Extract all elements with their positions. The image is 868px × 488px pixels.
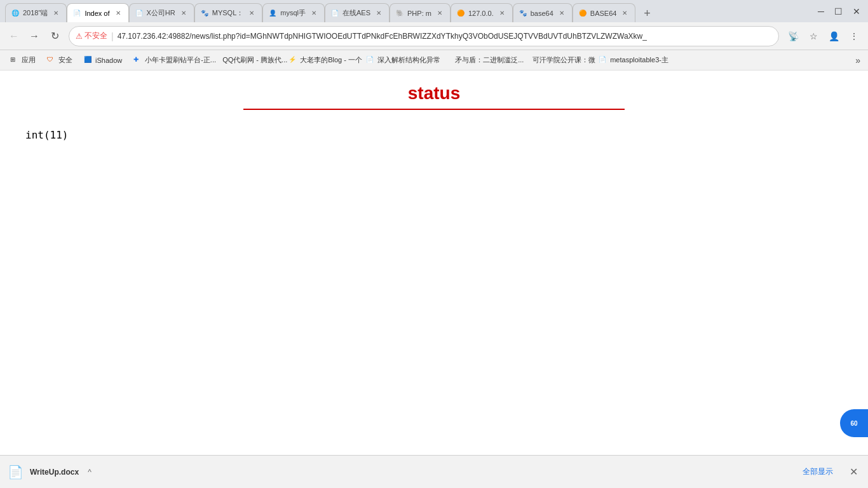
bookmark-favicon: 🛡	[47, 56, 56, 65]
bookmarks-more-button[interactable]: »	[853, 53, 863, 68]
tab-close-button[interactable]: ✕	[374, 8, 384, 18]
tab-title: MYSQL：	[212, 8, 244, 18]
bookmark-label: 可汗学院公开课：微	[532, 55, 595, 65]
tab-close-button[interactable]: ✕	[557, 8, 567, 18]
maximize-button[interactable]: ☐	[832, 4, 845, 19]
download-bar-close-button[interactable]: ✕	[847, 463, 860, 480]
address-input[interactable]	[118, 32, 772, 41]
download-file-icon: 📄	[8, 464, 24, 480]
floating-badge[interactable]: 60	[840, 409, 868, 437]
security-lock-icon: ⚠	[76, 32, 83, 41]
tab-favicon: 📄	[135, 9, 144, 18]
browser-window: 🌐 2018"端 ✕ 📄 Index of ✕ 📄 X公司HR ✕ 🐾 MYSQ…	[0, 0, 868, 488]
tab-favicon: 🟠	[456, 9, 465, 18]
tab-close-button[interactable]: ✕	[497, 8, 507, 18]
cast-button[interactable]: 📡	[784, 27, 802, 45]
browser-tab-1[interactable]: 🌐 2018"端 ✕	[5, 3, 67, 22]
tab-title: mysql手	[280, 8, 306, 18]
show-all-downloads-button[interactable]: 全部显示	[795, 463, 841, 481]
new-tab-button[interactable]: +	[638, 4, 656, 22]
tab-title: 127.0.0.	[468, 10, 494, 17]
bookmark-item-7[interactable]: 矛与盾：二进制滥泛...	[438, 53, 515, 67]
tab-close-button[interactable]: ✕	[435, 8, 445, 18]
bookmark-item-9[interactable]: 📄 metasploitable3-主	[593, 53, 670, 67]
title-bar: 🌐 2018"端 ✕ 📄 Index of ✕ 📄 X公司HR ✕ 🐾 MYSQ…	[0, 0, 868, 22]
browser-tab-10[interactable]: 🟠 BASE64 ✕	[573, 3, 636, 22]
tab-favicon: 🐘	[395, 9, 404, 18]
minimize-button[interactable]: ─	[815, 4, 827, 19]
bookmark-favicon	[444, 56, 452, 65]
browser-tab-3[interactable]: 📄 X公司HR ✕	[129, 3, 194, 22]
bookmark-favicon: ✚	[133, 56, 142, 65]
tab-close-button[interactable]: ✕	[309, 8, 319, 18]
address-bar-container: ⚠ 不安全 |	[69, 26, 779, 46]
bookmark-favicon: 📄	[366, 56, 375, 65]
tab-strip: 🌐 2018"端 ✕ 📄 Index of ✕ 📄 X公司HR ✕ 🐾 MYSQ…	[5, 0, 810, 22]
tab-title: Index of	[85, 10, 109, 17]
status-value: int(11)	[25, 129, 849, 141]
tab-title: BASE64	[590, 10, 617, 17]
bookmark-item-6[interactable]: 📄 深入解析结构化异常	[361, 53, 437, 67]
tab-favicon: 📄	[330, 9, 339, 18]
bookmark-label: 深入解析结构化异常	[377, 55, 440, 65]
bookmark-item-8[interactable]: 可汗学院公开课：微	[516, 53, 592, 67]
page-content: status int(11)	[0, 71, 868, 455]
browser-tab-2[interactable]: 📄 Index of ✕	[67, 3, 128, 22]
bookmark-item-1[interactable]: 🛡 安全	[42, 53, 78, 67]
tab-favicon: 🐾	[200, 9, 209, 18]
menu-button[interactable]: ⋮	[845, 27, 863, 45]
tab-title: base64	[531, 10, 553, 17]
tab-close-button[interactable]: ✕	[113, 8, 123, 18]
bookmark-item-0[interactable]: ⊞ 应用	[5, 53, 41, 67]
account-button[interactable]: 👤	[825, 27, 843, 45]
bookmark-label: 大老李的Blog - 一个	[300, 55, 362, 65]
browser-tab-7[interactable]: 🐘 PHP: m ✕	[390, 3, 451, 22]
reload-button[interactable]: ↻	[46, 27, 64, 45]
security-icon: ⚠ 不安全	[76, 30, 107, 41]
toolbar-right-icons: 📡 ☆ 👤 ⋮	[784, 27, 863, 45]
bookmark-label: 安全	[58, 55, 72, 65]
window-controls: ─ ☐ ✕	[815, 4, 863, 19]
bookmark-item-3[interactable]: ✚ 小年卡盟刷钻平台-正...	[128, 53, 205, 67]
back-button[interactable]: ←	[5, 27, 23, 45]
browser-tab-6[interactable]: 📄 在线AES ✕	[325, 3, 390, 22]
browser-tab-4[interactable]: 🐾 MYSQL： ✕	[194, 3, 263, 22]
download-caret-button[interactable]: ^	[88, 468, 92, 477]
tab-title: X公司HR	[147, 8, 175, 18]
bookmark-favicon: 🟦	[84, 56, 93, 65]
bookmark-item-2[interactable]: 🟦 iShadow	[79, 54, 127, 67]
close-button[interactable]: ✕	[850, 4, 863, 19]
bookmark-label: QQ代刷网 - 腾族代...	[222, 55, 287, 65]
toolbar: ← → ↻ ⚠ 不安全 | 📡 ☆ 👤 ⋮	[0, 22, 868, 50]
bookmark-label: 矛与盾：二进制滥泛...	[455, 55, 524, 65]
browser-tab-9[interactable]: 🐾 base64 ✕	[513, 3, 573, 22]
security-text: 不安全	[85, 30, 107, 41]
tab-close-button[interactable]: ✕	[247, 8, 257, 18]
bookmark-item-5[interactable]: ⚡ 大老李的Blog - 一个	[283, 53, 360, 67]
tab-close-button[interactable]: ✕	[51, 8, 61, 18]
tab-favicon: 👤	[268, 9, 277, 18]
tab-favicon: 🐾	[519, 9, 527, 18]
tab-title: 在线AES	[342, 8, 370, 18]
forward-button[interactable]: →	[25, 27, 43, 45]
bookmark-label: iShadow	[95, 57, 122, 64]
download-filename: WriteUp.docx	[30, 468, 79, 477]
tab-favicon: 🟠	[578, 9, 587, 18]
download-info: WriteUp.docx	[30, 468, 79, 477]
bookmark-button[interactable]: ☆	[804, 27, 822, 45]
tab-favicon: 🌐	[11, 9, 20, 18]
tab-title: PHP: m	[407, 10, 431, 17]
bookmarks-bar: ⊞ 应用 🛡 安全 🟦 iShadow ✚ 小年卡盟刷钻平台-正... QQ代刷…	[0, 50, 868, 71]
status-heading: status	[19, 83, 849, 104]
bookmark-label: metasploitable3-主	[610, 55, 668, 65]
tab-close-button[interactable]: ✕	[620, 8, 630, 18]
tab-close-button[interactable]: ✕	[179, 8, 189, 18]
bookmark-label: 应用	[22, 55, 36, 65]
tab-title: 2018"端	[23, 8, 48, 18]
bookmark-favicon	[521, 56, 530, 65]
browser-tab-5[interactable]: 👤 mysql手 ✕	[262, 3, 325, 22]
address-separator: |	[111, 31, 114, 41]
bookmark-item-4[interactable]: QQ代刷网 - 腾族代...	[206, 53, 282, 67]
browser-tab-8[interactable]: 🟠 127.0.0. ✕	[451, 3, 513, 22]
page-main: status int(11)	[0, 71, 868, 154]
